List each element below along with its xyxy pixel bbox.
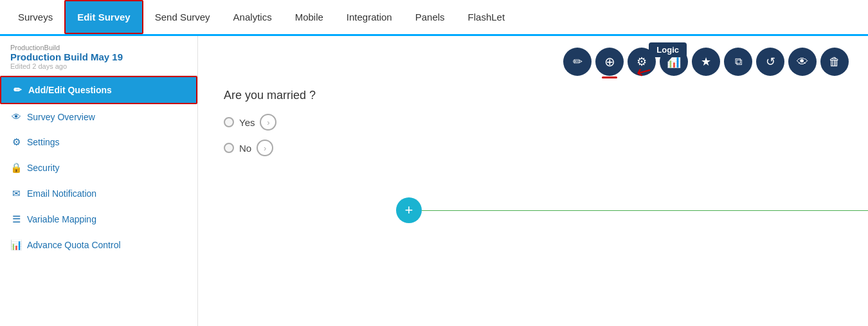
- logic-tool-button[interactable]: ⊕: [595, 48, 624, 76]
- tab-mobile[interactable]: Mobile: [284, 0, 335, 34]
- sidebar-item-email-notification[interactable]: ✉ Email Notification: [0, 181, 197, 206]
- eye-icon: 👁: [797, 55, 808, 69]
- tab-send-survey[interactable]: Send Survey: [143, 0, 222, 34]
- build-label: ProductionBuild: [10, 44, 187, 51]
- preview-tool-button[interactable]: 👁: [788, 48, 817, 76]
- option-arrow-no[interactable]: ›: [257, 140, 273, 156]
- option-label-yes: Yes: [239, 117, 255, 128]
- refresh-icon: ↺: [766, 55, 775, 69]
- edited-label: Edited 2 days ago: [10, 62, 187, 70]
- survey-info: ProductionBuild Production Build May 19 …: [0, 36, 197, 76]
- survey-title: Production Build May 19: [10, 51, 187, 62]
- pencil-icon: ✏: [573, 55, 583, 69]
- tab-integration[interactable]: Integration: [335, 0, 404, 34]
- refresh-tool-button[interactable]: ↺: [756, 48, 784, 76]
- survey-overview-icon: 👁: [10, 111, 22, 122]
- radio-no[interactable]: [224, 143, 234, 153]
- star-tool-button[interactable]: ★: [692, 48, 720, 76]
- question-area: Are you married ? Yes › No ›: [198, 82, 868, 178]
- logic-icon: ⊕: [604, 54, 615, 69]
- trash-icon: 🗑: [829, 55, 840, 69]
- add-section-line: [422, 210, 868, 211]
- option-row-no: No ›: [224, 140, 842, 156]
- tab-surveys[interactable]: Surveys: [6, 0, 64, 34]
- tab-analytics[interactable]: Analytics: [222, 0, 284, 34]
- copy-icon: ⧉: [735, 56, 742, 68]
- sidebar-menu: ✏ Add/Edit Questions 👁 Survey Overview ⚙…: [0, 76, 197, 258]
- variable-mapping-icon: ☰: [10, 213, 22, 225]
- sidebar-item-security[interactable]: 🔒 Security: [0, 155, 197, 181]
- tab-edit-survey[interactable]: Edit Survey: [64, 0, 143, 34]
- sidebar-item-add-edit-questions[interactable]: ✏ Add/Edit Questions: [0, 76, 197, 104]
- main-layout: ProductionBuild Production Build May 19 …: [0, 36, 868, 326]
- option-label-no: No: [239, 143, 251, 154]
- sidebar-item-advance-quota[interactable]: 📊 Advance Quota Control: [0, 232, 197, 258]
- content-area: Logic ↙ ✏ ⊕ ⚙ 📊 ★ ⧉ ↺: [198, 36, 868, 326]
- sidebar-item-variable-mapping[interactable]: ☰ Variable Mapping: [0, 206, 197, 232]
- settings-icon: ⚙: [10, 136, 22, 148]
- edit-tool-button[interactable]: ✏: [563, 48, 592, 76]
- plus-icon: +: [405, 202, 413, 219]
- tab-panels[interactable]: Panels: [404, 0, 457, 34]
- tab-flashlet[interactable]: FlashLet: [457, 0, 517, 34]
- email-notification-icon: ✉: [10, 188, 22, 199]
- logic-tooltip: Logic: [649, 42, 687, 57]
- star-icon: ★: [701, 55, 711, 69]
- question-text: Are you married ?: [224, 89, 842, 102]
- add-question-button[interactable]: +: [396, 197, 422, 223]
- sidebar-item-survey-overview[interactable]: 👁 Survey Overview: [0, 104, 197, 129]
- copy-tool-button[interactable]: ⧉: [724, 48, 752, 76]
- option-arrow-yes[interactable]: ›: [260, 114, 276, 131]
- delete-tool-button[interactable]: 🗑: [820, 48, 849, 76]
- top-nav: Surveys Edit Survey Send Survey Analytic…: [0, 0, 868, 36]
- option-row-yes: Yes ›: [224, 114, 842, 131]
- edit-questions-icon: ✏: [12, 84, 23, 96]
- advance-quota-icon: 📊: [10, 239, 22, 251]
- toolbar-row: Logic ↙ ✏ ⊕ ⚙ 📊 ★ ⧉ ↺: [198, 36, 868, 82]
- sidebar-item-settings[interactable]: ⚙ Settings: [0, 129, 197, 155]
- radio-yes[interactable]: [224, 117, 234, 127]
- sidebar: ProductionBuild Production Build May 19 …: [0, 36, 198, 326]
- security-icon: 🔒: [10, 162, 22, 174]
